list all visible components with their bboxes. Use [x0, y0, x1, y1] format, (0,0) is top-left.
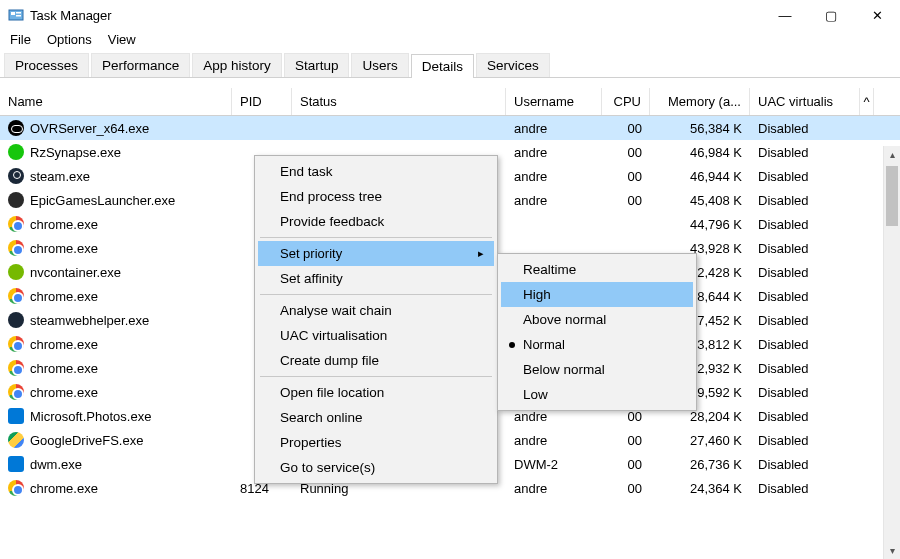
column-username[interactable]: Username	[506, 88, 602, 115]
process-icon	[8, 192, 24, 208]
process-icon	[8, 432, 24, 448]
menu-file[interactable]: File	[10, 32, 31, 47]
chevron-right-icon: ▸	[478, 247, 484, 260]
process-name: chrome.exe	[30, 361, 98, 376]
process-memory: 45,408 K	[650, 193, 750, 208]
column-memory[interactable]: Memory (a...	[650, 88, 750, 115]
process-icon	[8, 336, 24, 352]
priority-high[interactable]: High	[501, 282, 693, 307]
tab-users[interactable]: Users	[351, 53, 408, 77]
process-memory: 44,796 K	[650, 217, 750, 232]
process-cpu: 00	[602, 193, 650, 208]
svg-rect-3	[16, 15, 21, 17]
process-icon	[8, 216, 24, 232]
scroll-up-icon[interactable]: ▴	[884, 146, 900, 163]
window-title: Task Manager	[30, 8, 112, 23]
menu-set-priority[interactable]: Set priority ▸	[258, 241, 494, 266]
process-uac: Disabled	[750, 409, 860, 424]
svg-rect-1	[11, 12, 15, 15]
process-icon	[8, 312, 24, 328]
process-username: andre	[506, 169, 602, 184]
process-memory: 46,944 K	[650, 169, 750, 184]
priority-below-normal[interactable]: Below normal	[501, 357, 693, 382]
process-name: steam.exe	[30, 169, 90, 184]
process-uac: Disabled	[750, 241, 860, 256]
column-name[interactable]: Name	[0, 88, 232, 115]
process-name: OVRServer_x64.exe	[30, 121, 149, 136]
table-row[interactable]: OVRServer_x64.exeandre0056,384 KDisabled	[0, 116, 900, 140]
menu-go-to-services[interactable]: Go to service(s)	[258, 455, 494, 480]
context-menu: End task End process tree Provide feedba…	[254, 155, 498, 484]
menu-analyse-wait-chain[interactable]: Analyse wait chain	[258, 298, 494, 323]
process-icon	[8, 408, 24, 424]
process-cpu: 00	[602, 145, 650, 160]
process-uac: Disabled	[750, 265, 860, 280]
menu-set-affinity[interactable]: Set affinity	[258, 266, 494, 291]
process-icon	[8, 360, 24, 376]
column-status[interactable]: Status	[292, 88, 506, 115]
priority-low[interactable]: Low	[501, 382, 693, 407]
tab-startup[interactable]: Startup	[284, 53, 350, 77]
menu-create-dump-file[interactable]: Create dump file	[258, 348, 494, 373]
tab-app-history[interactable]: App history	[192, 53, 282, 77]
vertical-scrollbar[interactable]: ▴ ▾	[883, 146, 900, 559]
priority-above-normal[interactable]: Above normal	[501, 307, 693, 332]
grid-header: Name PID Status Username CPU Memory (a..…	[0, 88, 900, 116]
priority-realtime[interactable]: Realtime	[501, 257, 693, 282]
process-cpu: 00	[602, 481, 650, 496]
scroll-thumb[interactable]	[886, 166, 898, 226]
menu-set-priority-label: Set priority	[280, 246, 342, 261]
menu-open-file-location[interactable]: Open file location	[258, 380, 494, 405]
column-caret-icon[interactable]: ^	[860, 88, 874, 115]
tab-strip: Processes Performance App history Startu…	[0, 53, 900, 78]
task-manager-icon	[8, 7, 24, 23]
column-cpu[interactable]: CPU	[602, 88, 650, 115]
menu-separator	[260, 376, 492, 377]
menu-end-process-tree[interactable]: End process tree	[258, 184, 494, 209]
process-name: nvcontainer.exe	[30, 265, 121, 280]
process-uac: Disabled	[750, 361, 860, 376]
process-memory: 56,384 K	[650, 121, 750, 136]
tab-performance[interactable]: Performance	[91, 53, 190, 77]
menu-properties[interactable]: Properties	[258, 430, 494, 455]
menu-end-task[interactable]: End task	[258, 159, 494, 184]
process-username: andre	[506, 121, 602, 136]
process-name: dwm.exe	[30, 457, 82, 472]
process-name: RzSynapse.exe	[30, 145, 121, 160]
column-pid[interactable]: PID	[232, 88, 292, 115]
menu-view[interactable]: View	[108, 32, 136, 47]
column-uac[interactable]: UAC virtualis	[750, 88, 860, 115]
tab-details[interactable]: Details	[411, 54, 474, 78]
process-uac: Disabled	[750, 193, 860, 208]
process-uac: Disabled	[750, 337, 860, 352]
process-icon	[8, 144, 24, 160]
menu-options[interactable]: Options	[47, 32, 92, 47]
svg-rect-2	[16, 12, 21, 14]
process-uac: Disabled	[750, 289, 860, 304]
tab-processes[interactable]: Processes	[4, 53, 89, 77]
process-username: andre	[506, 145, 602, 160]
close-button[interactable]: ✕	[854, 0, 900, 30]
process-icon	[8, 288, 24, 304]
process-icon	[8, 456, 24, 472]
process-cpu: 00	[602, 121, 650, 136]
process-name: chrome.exe	[30, 337, 98, 352]
process-username: andre	[506, 433, 602, 448]
tab-services[interactable]: Services	[476, 53, 550, 77]
process-name: GoogleDriveFS.exe	[30, 433, 143, 448]
process-memory: 24,364 K	[650, 481, 750, 496]
process-uac: Disabled	[750, 433, 860, 448]
process-name: chrome.exe	[30, 289, 98, 304]
minimize-button[interactable]: —	[762, 0, 808, 30]
menu-provide-feedback[interactable]: Provide feedback	[258, 209, 494, 234]
bullet-icon	[507, 340, 517, 350]
process-icon	[8, 480, 24, 496]
process-name: steamwebhelper.exe	[30, 313, 149, 328]
maximize-button[interactable]: ▢	[808, 0, 854, 30]
menu-uac-virtualisation[interactable]: UAC virtualisation	[258, 323, 494, 348]
process-icon	[8, 384, 24, 400]
priority-normal[interactable]: Normal	[501, 332, 693, 357]
process-uac: Disabled	[750, 457, 860, 472]
scroll-down-icon[interactable]: ▾	[884, 542, 900, 559]
menu-search-online[interactable]: Search online	[258, 405, 494, 430]
